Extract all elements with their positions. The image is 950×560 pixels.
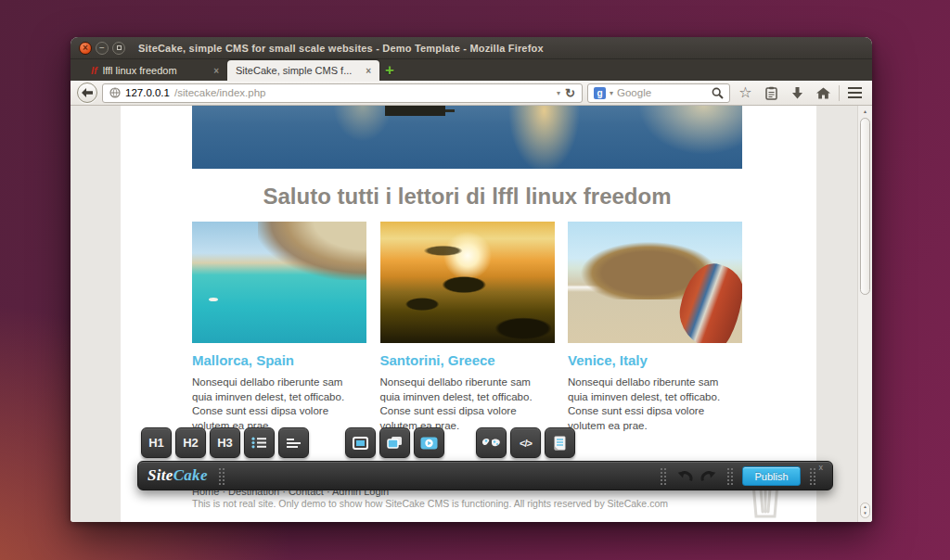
footer-note: This is not real site. Only demo to show… bbox=[192, 498, 668, 509]
window-titlebar[interactable]: × − SiteCake, simple CMS for small scale… bbox=[71, 37, 872, 59]
menu-button[interactable] bbox=[844, 87, 866, 99]
home-icon bbox=[816, 87, 830, 99]
back-button[interactable] bbox=[77, 83, 97, 103]
column-title[interactable]: Mallorca, Spain bbox=[192, 352, 366, 368]
tab-label: lffl linux freedom bbox=[103, 65, 208, 76]
search-bar[interactable]: g ▾ Google bbox=[587, 83, 730, 103]
world-map-icon bbox=[481, 438, 501, 449]
hamburger-menu-icon bbox=[848, 87, 862, 99]
downloads-button[interactable] bbox=[787, 87, 808, 99]
url-dropdown-icon[interactable]: ▾ bbox=[557, 89, 560, 97]
tab-label: SiteCake, simple CMS f... bbox=[236, 65, 360, 76]
reload-button[interactable]: ↻ bbox=[565, 86, 575, 100]
toolbar-separator bbox=[839, 85, 840, 101]
destination-columns: Mallorca, Spain Nonsequi dellabo riberun… bbox=[192, 222, 742, 433]
column-title[interactable]: Venice, Italy bbox=[568, 352, 742, 368]
lffl-favicon-icon: lf bbox=[91, 65, 97, 76]
scroll-up-icon[interactable]: ▲ bbox=[858, 108, 872, 114]
form-page-icon bbox=[554, 436, 566, 451]
code-icon: </> bbox=[520, 438, 532, 449]
form-button[interactable] bbox=[545, 427, 575, 458]
drag-handle-icon[interactable] bbox=[809, 467, 816, 485]
h3-button[interactable]: H3 bbox=[210, 427, 240, 458]
site-identity-globe-icon bbox=[109, 87, 121, 98]
window-title: SiteCake, simple CMS for small scale web… bbox=[138, 43, 544, 54]
window-maximize-button[interactable] bbox=[112, 42, 125, 55]
column-text[interactable]: Nonsequi dellabo riberunte sam quia imin… bbox=[568, 375, 737, 433]
venice-photo[interactable] bbox=[568, 222, 742, 343]
google-favicon-icon[interactable]: g bbox=[594, 87, 606, 99]
scrollbar-thumb[interactable] bbox=[860, 118, 870, 295]
bookmarks-menu-button[interactable] bbox=[761, 86, 782, 100]
url-host: 127.0.0.1 bbox=[125, 87, 170, 98]
column-text[interactable]: Nonsequi dellabo riberunte sam quia imin… bbox=[380, 375, 549, 433]
navigation-toolbar: 127.0.0.1/sitecake/index.php ▾ ↻ g ▾ Goo… bbox=[71, 81, 872, 106]
image-icon bbox=[353, 437, 368, 450]
mallorca-photo[interactable] bbox=[192, 222, 366, 343]
gallery-icon bbox=[387, 436, 403, 450]
santorini-photo[interactable] bbox=[380, 222, 555, 343]
drag-handle-icon[interactable] bbox=[726, 467, 734, 485]
list-button[interactable] bbox=[244, 427, 275, 458]
tab-bar: lf lffl linux freedom × SiteCake, simple… bbox=[71, 59, 872, 81]
redo-button[interactable] bbox=[700, 470, 716, 482]
sitecake-close-button[interactable]: x bbox=[819, 463, 824, 472]
search-icon[interactable] bbox=[712, 87, 724, 99]
sitecake-bar[interactable]: SiteCake Publish bbox=[137, 461, 833, 490]
sitecake-media-tools bbox=[345, 427, 444, 458]
page-viewport: Saluto tutti i lettori di lffl linux fre… bbox=[71, 106, 872, 522]
column-mallorca: Mallorca, Spain Nonsequi dellabo riberun… bbox=[192, 222, 366, 433]
tab-close-icon[interactable]: × bbox=[213, 66, 219, 76]
tab-lffl-linux-freedom[interactable]: lf lffl linux freedom × bbox=[83, 60, 227, 81]
bookmark-star-button[interactable]: ☆ bbox=[735, 85, 756, 100]
window-close-button[interactable]: × bbox=[79, 42, 92, 55]
sitecake-logo: SiteCake bbox=[148, 466, 208, 485]
home-button[interactable] bbox=[813, 87, 834, 99]
column-title[interactable]: Santorini, Greece bbox=[380, 352, 555, 368]
scroll-down-icon[interactable]: ▼ bbox=[863, 511, 867, 516]
new-tab-button[interactable]: + bbox=[385, 62, 394, 78]
tab-sitecake[interactable]: SiteCake, simple CMS f... × bbox=[227, 60, 379, 81]
sitecake-embed-tools: </> bbox=[476, 427, 575, 458]
html-code-button[interactable]: </> bbox=[510, 427, 541, 458]
clipboard-icon bbox=[765, 86, 777, 100]
tab-close-icon[interactable]: × bbox=[366, 66, 371, 76]
h1-button[interactable]: H1 bbox=[141, 427, 172, 458]
redo-icon bbox=[700, 470, 716, 482]
star-icon: ☆ bbox=[738, 85, 751, 100]
drag-handle-icon[interactable] bbox=[218, 467, 225, 485]
undo-icon bbox=[677, 470, 693, 482]
url-bar[interactable]: 127.0.0.1/sitecake/index.php ▾ ↻ bbox=[102, 83, 583, 103]
undo-button[interactable] bbox=[677, 470, 693, 482]
vertical-scrollbar[interactable]: ▲ ▲ ▼ bbox=[857, 106, 872, 522]
paragraph-icon bbox=[287, 438, 301, 449]
url-path: /sitecake/index.php bbox=[174, 87, 265, 98]
paragraph-button[interactable] bbox=[278, 427, 309, 458]
page-content: Saluto tutti i lettori di lffl linux fre… bbox=[192, 106, 742, 433]
publish-button[interactable]: Publish bbox=[742, 466, 801, 486]
back-arrow-icon bbox=[82, 88, 93, 97]
page-heading[interactable]: Saluto tutti i lettori di lffl linux fre… bbox=[192, 184, 742, 210]
gallery-button[interactable] bbox=[379, 427, 410, 458]
desktop-background: × − SiteCake, simple CMS for small scale… bbox=[0, 0, 950, 560]
search-input[interactable]: Google bbox=[617, 87, 708, 98]
column-santorini: Santorini, Greece Nonsequi dellabo riber… bbox=[380, 222, 555, 433]
sitecake-text-tools: H1 H2 H3 bbox=[141, 427, 309, 458]
map-button[interactable] bbox=[476, 427, 507, 458]
video-icon bbox=[420, 437, 438, 450]
firefox-window: × − SiteCake, simple CMS for small scale… bbox=[71, 37, 872, 522]
drag-handle-icon[interactable] bbox=[660, 467, 667, 485]
maximize-icon bbox=[117, 45, 122, 50]
video-button[interactable] bbox=[414, 427, 444, 458]
h2-button[interactable]: H2 bbox=[175, 427, 206, 458]
window-minimize-button[interactable]: − bbox=[96, 42, 109, 55]
column-venice: Venice, Italy Nonsequi dellabo riberunte… bbox=[568, 222, 742, 433]
image-button[interactable] bbox=[345, 427, 376, 458]
search-engine-dropdown-icon[interactable]: ▾ bbox=[610, 89, 613, 97]
column-text[interactable]: Nonsequi dellabo riberunte sam quia imin… bbox=[192, 375, 361, 433]
scrollbar-steppers[interactable]: ▲ ▼ bbox=[860, 503, 870, 518]
download-arrow-icon bbox=[791, 87, 803, 99]
sea-banner-photo[interactable] bbox=[192, 106, 742, 169]
bullet-list-icon bbox=[251, 437, 267, 449]
